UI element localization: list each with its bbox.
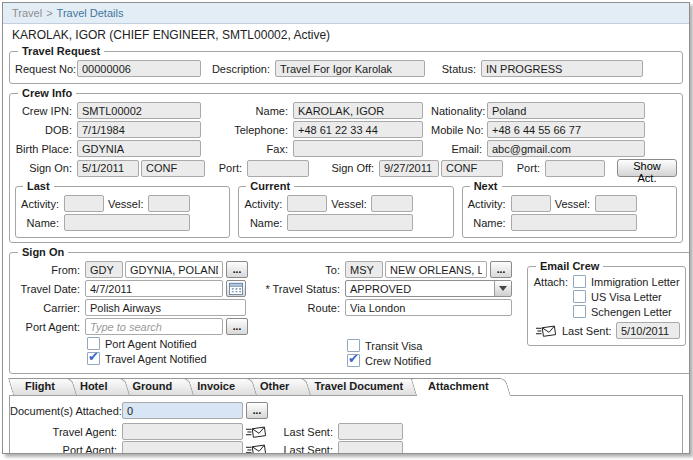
send-travel-agent-button[interactable]: [246, 425, 266, 439]
activity-label: Activity:: [467, 198, 511, 210]
documents-attached-label: Document(s) Attached:: [10, 405, 122, 417]
status-label: Status:: [437, 63, 481, 75]
birth-place-label: Birth Place:: [15, 143, 77, 155]
documents-attached-field: [122, 402, 243, 419]
schengen-letter-label: Schengen Letter: [591, 306, 672, 318]
name-label: Name:: [213, 105, 293, 117]
next-name-field: [511, 214, 637, 231]
breadcrumb: Travel > Travel Details: [3, 3, 689, 24]
email-crew-section: Email Crew Attach: Immigration Letter US…: [527, 260, 686, 346]
travel-agent-notified-checkbox[interactable]: [87, 352, 100, 365]
telephone-field: [293, 121, 423, 138]
birth-place-field: [77, 140, 201, 157]
transit-visa-label: Transit Visa: [365, 340, 422, 352]
crew-info-section: Crew Info Crew IPN: Name: Nationality: D…: [9, 87, 683, 243]
tab-invoice[interactable]: Invoice: [185, 378, 257, 395]
next-vessel-field: [595, 195, 637, 212]
current-activity-group: Current Activity: Vessel: Name:: [238, 180, 453, 238]
tab-other[interactable]: Other: [248, 378, 311, 395]
mobile-no-field: [487, 121, 645, 138]
show-act-button[interactable]: Show Act.: [617, 159, 677, 177]
from-browse-button[interactable]: ...: [226, 261, 248, 278]
to-name-field[interactable]: [385, 261, 487, 278]
travel-details-window: Travel > Travel Details KAROLAK, IGOR (C…: [2, 2, 690, 454]
fax-field: [293, 140, 423, 157]
tab-attachment[interactable]: Attachment: [416, 378, 511, 396]
page-title: KAROLAK, IGOR (CHIEF ENGINEER, SMTL00002…: [3, 24, 689, 45]
route-field[interactable]: [345, 299, 512, 316]
name-label: Name:: [243, 217, 287, 229]
tab-travel-document[interactable]: Travel Document: [302, 378, 425, 395]
documents-browse-button[interactable]: ...: [246, 402, 268, 419]
telephone-label: Telephone:: [213, 124, 293, 136]
route-label: Route:: [265, 302, 345, 314]
breadcrumb-travel-link[interactable]: Travel: [12, 7, 42, 19]
send-port-agent-button[interactable]: [246, 443, 266, 455]
travel-date-field[interactable]: [85, 280, 223, 297]
current-vessel-field: [371, 195, 413, 212]
schengen-letter-checkbox[interactable]: [573, 305, 586, 318]
crew-ipn-label: Crew IPN:: [15, 105, 77, 117]
port-agent-label: Port Agent:: [10, 444, 122, 455]
sign-on-section: Sign On From: ... Travel Date:: [9, 246, 690, 374]
sign-on-label: Sign On:: [15, 162, 77, 174]
to-browse-button[interactable]: ...: [490, 261, 512, 278]
immigration-letter-label: Immigration Letter: [591, 276, 680, 288]
request-no-field: [77, 60, 201, 77]
crew-info-legend: Crew Info: [18, 87, 76, 99]
chevron-down-icon: [499, 286, 507, 291]
travel-request-section: Travel Request Request No: Description: …: [9, 45, 683, 84]
port-agent-browse-button[interactable]: ...: [226, 318, 248, 335]
tab-ground[interactable]: Ground: [120, 378, 194, 395]
travel-agent-last-sent-field: [338, 423, 403, 440]
travel-status-label: * Travel Status:: [265, 283, 345, 295]
travel-status-dropdown[interactable]: APPROVED: [345, 280, 512, 297]
sign-off-date-field: [379, 160, 439, 177]
sign-off-status-field: [441, 160, 503, 177]
send-mail-icon: [246, 425, 266, 439]
sign-off-port-label: Port:: [515, 162, 545, 174]
travel-agent-label: Travel Agent:: [10, 426, 122, 438]
last-vessel-field: [148, 195, 190, 212]
activity-label: Activity:: [243, 198, 287, 210]
port-agent-last-sent-field: [338, 441, 403, 454]
travel-agent-notified-label: Travel Agent Notified: [105, 353, 207, 365]
port-agent-row: Port Agent: Last Sent:: [10, 441, 682, 454]
from-name-field[interactable]: [125, 261, 223, 278]
current-name-field: [287, 214, 413, 231]
tab-hotel[interactable]: Hotel: [68, 378, 130, 395]
tab-flight[interactable]: Flight: [13, 378, 77, 395]
detail-tabs: Flight Hotel Ground Invoice Other Travel…: [3, 377, 689, 395]
calendar-button[interactable]: [226, 280, 246, 297]
next-legend: Next: [470, 180, 502, 192]
send-email-crew-button[interactable]: [536, 324, 556, 338]
name-field: [293, 102, 423, 119]
from-code-field: [85, 261, 123, 278]
us-visa-letter-checkbox[interactable]: [573, 290, 586, 303]
us-visa-letter-label: US Visa Letter: [591, 291, 662, 303]
send-mail-icon: [536, 324, 556, 338]
port-agent-search-input[interactable]: [85, 318, 223, 335]
sign-on-left-column: From: ... Travel Date:: [15, 259, 265, 367]
description-field: [275, 60, 425, 77]
description-label: Description:: [209, 63, 275, 75]
carrier-field[interactable]: [85, 299, 246, 316]
immigration-letter-checkbox[interactable]: [573, 275, 586, 288]
sign-on-port-label: Port:: [217, 162, 247, 174]
calendar-icon: [229, 282, 243, 295]
sign-on-legend: Sign On: [18, 246, 68, 258]
breadcrumb-separator: >: [46, 7, 52, 19]
travel-status-dropdown-button[interactable]: [494, 281, 511, 296]
last-activity-group: Last Activity: Vessel: Name:: [15, 180, 230, 238]
port-agent-label: Port Agent:: [15, 321, 85, 333]
port-agent-notified-label: Port Agent Notified: [105, 338, 197, 350]
carrier-label: Carrier:: [15, 302, 85, 314]
nationality-field: [487, 102, 645, 119]
to-code-field: [345, 261, 383, 278]
email-crew-last-sent-field: [616, 322, 680, 339]
mobile-no-label: Mobile No:: [431, 124, 487, 136]
travel-status-value: APPROVED: [346, 281, 494, 296]
crew-notified-checkbox[interactable]: [347, 354, 360, 367]
from-label: From:: [15, 264, 85, 276]
travel-request-legend: Travel Request: [18, 45, 104, 57]
